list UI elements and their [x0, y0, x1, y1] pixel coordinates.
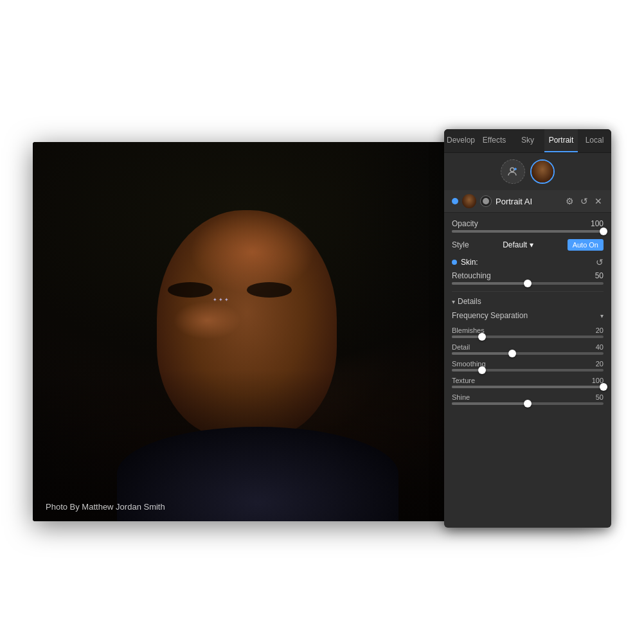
blemishes-value: 20 — [596, 326, 604, 334]
detail-slider-fill — [452, 352, 512, 355]
skin-dot — [452, 260, 457, 265]
photo-credit: Photo By Matthew Jordan Smith — [46, 502, 165, 512]
forehead-highlight — [190, 210, 314, 294]
texture-label-row: Texture 100 — [452, 377, 604, 384]
retouching-row: Retouching 50 — [452, 271, 604, 285]
texture-slider-thumb[interactable] — [600, 383, 607, 391]
texture-row: Texture 100 — [452, 377, 604, 388]
skin-reset-button[interactable]: ↺ — [596, 257, 604, 267]
add-person-button[interactable] — [501, 159, 525, 184]
details-header[interactable]: ▾ Details — [452, 297, 604, 306]
detail-slider-thumb[interactable] — [508, 350, 516, 357]
undo-button[interactable]: ↺ — [579, 195, 589, 208]
detail-label: Detail — [452, 343, 470, 351]
details-chevron-icon: ▾ — [452, 298, 455, 305]
frequency-separation-row: Frequency Separation ▾ — [452, 311, 604, 320]
texture-label: Texture — [452, 377, 475, 384]
retouching-value: 50 — [595, 271, 604, 280]
opacity-slider[interactable] — [452, 230, 604, 233]
smoothing-label-row: Smoothing 20 — [452, 360, 604, 368]
opacity-label: Opacity — [452, 219, 478, 228]
style-select[interactable]: Default ▾ — [503, 240, 533, 249]
close-button[interactable]: ✕ — [593, 195, 604, 208]
texture-slider-fill — [452, 386, 604, 388]
frequency-separation-chevron-icon[interactable]: ▾ — [600, 312, 604, 319]
divider-1 — [452, 291, 604, 292]
person-icon — [462, 194, 476, 208]
tab-develop[interactable]: Develop — [444, 129, 478, 152]
blemishes-slider-thumb[interactable] — [478, 333, 486, 341]
svg-point-0 — [510, 168, 514, 172]
retouching-label-row: Retouching 50 — [452, 271, 604, 280]
tabs-bar: Develop Effects Sky Portrait Local — [444, 129, 611, 153]
detail-value: 40 — [596, 343, 604, 351]
details-label: Details — [458, 297, 481, 306]
retouching-slider[interactable] — [452, 282, 604, 285]
shine-slider-thumb[interactable] — [524, 400, 532, 407]
tab-sky[interactable]: Sky — [511, 129, 544, 152]
main-container: ✦ ✦ ✦ Photo By Matthew Jordan Smith Deve… — [33, 129, 611, 528]
detail-label-row: Detail 40 — [452, 343, 604, 351]
header-actions: ⚙ ↺ ✕ — [564, 195, 604, 208]
detail-slider[interactable] — [452, 352, 604, 355]
shine-slider-fill — [452, 402, 528, 405]
retouching-label: Retouching — [452, 271, 491, 280]
mask-icon — [480, 195, 492, 207]
glitter-stars: ✦ ✦ ✦ — [213, 298, 229, 303]
svg-point-3 — [483, 198, 489, 204]
tab-effects[interactable]: Effects — [478, 129, 511, 152]
smoothing-slider-fill — [452, 369, 482, 371]
opacity-slider-thumb[interactable] — [600, 228, 607, 235]
style-row: Style Default ▾ Auto On — [452, 239, 604, 251]
skin-label: Skin: — [452, 258, 478, 267]
smoothing-row: Smoothing 20 — [452, 360, 604, 371]
skin-section-header: Skin: ↺ — [452, 257, 604, 267]
smoothing-value: 20 — [596, 360, 604, 368]
left-eye — [168, 282, 213, 298]
opacity-row: Opacity 100 — [452, 219, 604, 233]
opacity-label-row: Opacity 100 — [452, 219, 604, 228]
shine-slider[interactable] — [452, 402, 604, 405]
portrait-thumb-image — [532, 161, 553, 183]
shine-value: 50 — [596, 393, 604, 401]
panel-content: Opacity 100 Style Default ▾ Auto On — [444, 213, 611, 518]
smoothing-slider-thumb[interactable] — [478, 366, 486, 374]
portrait-selector — [444, 153, 611, 190]
shine-label: Shine — [452, 393, 470, 401]
portrait-thumbnail[interactable] — [530, 159, 555, 184]
opacity-slider-fill — [452, 230, 604, 233]
right-eye — [247, 282, 292, 298]
blemishes-slider-fill — [452, 335, 482, 338]
portrait-ai-title: Portrait AI — [496, 197, 560, 206]
frequency-separation-label: Frequency Separation — [452, 311, 528, 320]
portrait-ai-header: Portrait AI ⚙ ↺ ✕ — [444, 190, 611, 213]
retouching-slider-fill — [452, 282, 528, 285]
style-label: Style — [452, 240, 469, 249]
style-value: Default — [503, 240, 527, 249]
cheek-highlight — [174, 301, 241, 339]
auto-on-button[interactable]: Auto On — [568, 239, 604, 251]
retouching-slider-thumb[interactable] — [524, 280, 532, 287]
detail-row: Detail 40 — [452, 343, 604, 355]
shine-row: Shine 50 — [452, 393, 604, 405]
tab-portrait[interactable]: Portrait — [544, 129, 578, 152]
smoothing-slider[interactable] — [452, 369, 604, 371]
blemishes-slider[interactable] — [452, 335, 604, 338]
person-icon-image — [462, 194, 476, 208]
opacity-value: 100 — [591, 219, 604, 228]
active-dot — [452, 198, 458, 204]
texture-slider[interactable] — [452, 386, 604, 388]
settings-button[interactable]: ⚙ — [564, 195, 575, 208]
tab-local[interactable]: Local — [578, 129, 611, 152]
blemishes-row: Blemishes 20 — [452, 326, 604, 338]
blemishes-label-row: Blemishes 20 — [452, 326, 604, 334]
style-chevron-icon: ▾ — [530, 240, 533, 249]
panel: Develop Effects Sky Portrait Local — [444, 129, 611, 528]
